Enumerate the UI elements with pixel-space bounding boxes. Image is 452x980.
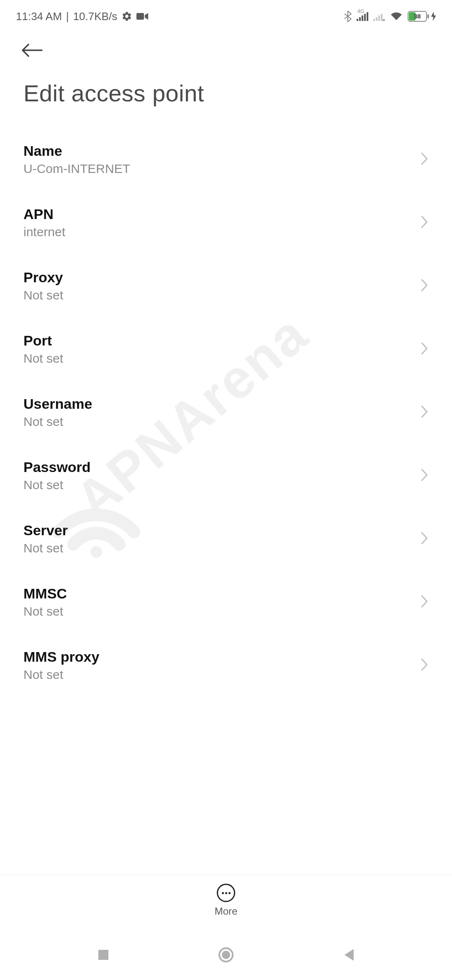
bluetooth-icon xyxy=(344,10,352,22)
setting-label: Server xyxy=(23,522,420,539)
nav-recents-button[interactable] xyxy=(95,946,112,963)
page-title: Edit access point xyxy=(0,67,452,128)
nav-home-button[interactable] xyxy=(218,946,234,963)
triangle-left-icon xyxy=(343,948,354,962)
setting-label: Port xyxy=(23,333,420,349)
svg-text:38: 38 xyxy=(414,13,421,20)
setting-label: Password xyxy=(23,459,420,475)
setting-value: Not set xyxy=(23,351,420,366)
chevron-right-icon xyxy=(420,278,429,294)
setting-value: Not set xyxy=(23,541,420,555)
svg-rect-5 xyxy=(367,12,368,21)
back-row xyxy=(0,29,452,67)
status-right: 4G 38 xyxy=(344,10,436,22)
status-net-speed: 10.7KB/s xyxy=(73,10,118,23)
setting-port[interactable]: Port Not set xyxy=(23,317,429,381)
signal-nosim-icon xyxy=(373,12,385,21)
setting-label: Name xyxy=(23,143,420,159)
setting-apn[interactable]: APN internet xyxy=(23,191,429,254)
svg-rect-7 xyxy=(376,17,378,21)
chevron-right-icon xyxy=(420,215,429,231)
status-left: 11:34 AM | 10.7KB/s xyxy=(16,10,148,23)
chevron-right-icon xyxy=(420,468,429,484)
svg-rect-9 xyxy=(381,14,383,21)
status-time: 11:34 AM xyxy=(16,10,62,23)
setting-value: internet xyxy=(23,225,420,239)
svg-rect-15 xyxy=(98,950,108,960)
setting-value: Not set xyxy=(23,604,420,619)
more-button[interactable]: More xyxy=(215,884,238,917)
svg-rect-0 xyxy=(136,13,144,20)
settings-gear-icon xyxy=(121,11,132,22)
arrow-left-icon xyxy=(21,43,43,58)
square-icon xyxy=(97,949,110,961)
setting-label: Username xyxy=(23,396,420,412)
battery-icon: 38 xyxy=(408,11,436,22)
setting-password[interactable]: Password Not set xyxy=(23,444,429,507)
chevron-right-icon xyxy=(420,594,429,610)
setting-proxy[interactable]: Proxy Not set xyxy=(23,254,429,317)
android-nav-bar xyxy=(0,930,452,980)
more-icon xyxy=(217,884,235,902)
status-bar: 11:34 AM | 10.7KB/s 4G 38 xyxy=(0,0,452,29)
circle-icon xyxy=(218,947,234,963)
setting-mmsc[interactable]: MMSC Not set xyxy=(23,570,429,634)
content-fade xyxy=(0,850,452,875)
setting-label: Proxy xyxy=(23,269,420,286)
setting-value: U-Com-INTERNET xyxy=(23,162,420,176)
svg-point-17 xyxy=(222,951,230,959)
back-button[interactable] xyxy=(21,38,46,63)
setting-username[interactable]: Username Not set xyxy=(23,381,429,444)
more-label: More xyxy=(215,905,238,917)
setting-label: MMSC xyxy=(23,585,420,602)
setting-label: APN xyxy=(23,206,420,222)
setting-value: Not set xyxy=(23,668,420,682)
video-camera-icon xyxy=(136,12,148,21)
chevron-right-icon xyxy=(420,341,429,357)
bottom-action-bar: More xyxy=(0,875,452,930)
setting-server[interactable]: Server Not set xyxy=(23,507,429,570)
svg-rect-8 xyxy=(378,15,380,21)
setting-value: Not set xyxy=(23,478,420,492)
svg-rect-6 xyxy=(373,19,375,21)
status-separator: | xyxy=(66,10,69,23)
svg-rect-2 xyxy=(359,17,361,21)
settings-list: Name U-Com-INTERNET APN internet Proxy N… xyxy=(0,128,452,697)
setting-name[interactable]: Name U-Com-INTERNET xyxy=(23,128,429,191)
chevron-right-icon xyxy=(420,152,429,168)
svg-rect-4 xyxy=(364,14,366,21)
svg-rect-1 xyxy=(357,19,358,21)
chevron-right-icon xyxy=(420,531,429,547)
svg-rect-12 xyxy=(427,14,429,18)
svg-rect-3 xyxy=(362,15,363,21)
setting-value: Not set xyxy=(23,415,420,429)
chevron-right-icon xyxy=(420,405,429,420)
wifi-icon xyxy=(390,11,403,21)
nav-back-button[interactable] xyxy=(340,946,357,963)
setting-label: MMS proxy xyxy=(23,649,420,665)
setting-value: Not set xyxy=(23,288,420,302)
setting-mms-proxy[interactable]: MMS proxy Not set xyxy=(23,634,429,697)
chevron-right-icon xyxy=(420,658,429,673)
signal-4g-icon: 4G xyxy=(357,12,368,21)
